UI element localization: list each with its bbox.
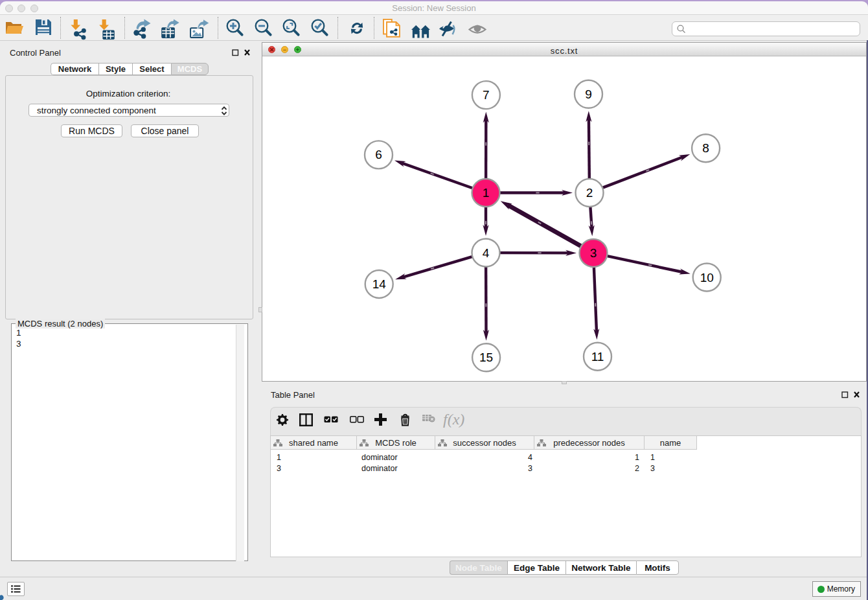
svg-text:4: 4 bbox=[483, 246, 490, 260]
svg-text:6: 6 bbox=[375, 148, 382, 161]
svg-text:11: 11 bbox=[591, 350, 604, 363]
svg-text:8: 8 bbox=[702, 141, 709, 155]
svg-text:10: 10 bbox=[700, 271, 714, 284]
svg-text:3: 3 bbox=[590, 246, 597, 260]
svg-text:9: 9 bbox=[585, 87, 592, 101]
svg-text:15: 15 bbox=[479, 351, 493, 364]
svg-text:14: 14 bbox=[372, 277, 387, 291]
svg-text:2: 2 bbox=[586, 186, 593, 200]
svg-text:7: 7 bbox=[483, 88, 490, 102]
svg-text:1: 1 bbox=[483, 186, 490, 200]
